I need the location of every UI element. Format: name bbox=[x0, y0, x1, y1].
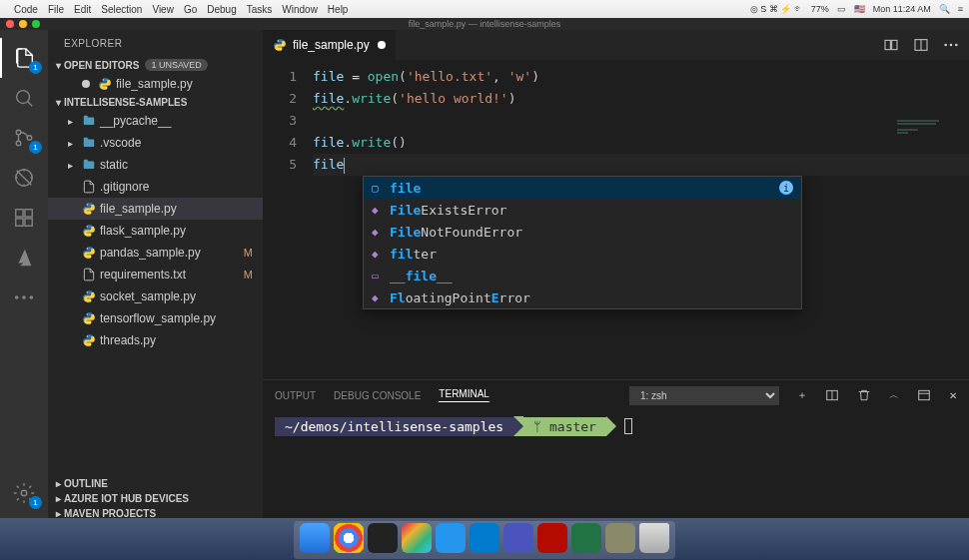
scm-icon[interactable]: 1 bbox=[0, 118, 48, 158]
output-tab[interactable]: OUTPUT bbox=[275, 390, 316, 401]
explorer-icon[interactable]: 1 bbox=[0, 38, 48, 78]
chevron-right-icon: ▸ bbox=[52, 478, 64, 489]
split-terminal-icon[interactable] bbox=[825, 388, 839, 402]
go-menu[interactable]: Go bbox=[184, 4, 197, 15]
open-editors-header[interactable]: ▾ OPEN EDITORS 1 UNSAVED bbox=[48, 57, 263, 73]
more-actions-icon[interactable] bbox=[943, 43, 959, 47]
editor-tab[interactable]: file_sample.py bbox=[263, 30, 397, 60]
git-modified-icon: M bbox=[244, 269, 253, 280]
tree-file[interactable]: socket_sample.py bbox=[48, 285, 263, 307]
trash-dock-icon[interactable] bbox=[639, 523, 669, 553]
intellisense-item[interactable]: ◆filter bbox=[364, 243, 801, 265]
svg-point-15 bbox=[87, 204, 88, 205]
split-editor-icon[interactable] bbox=[913, 37, 929, 53]
intellisense-item[interactable]: ▭__file__ bbox=[364, 265, 801, 286]
close-panel-icon[interactable]: ✕ bbox=[949, 390, 957, 401]
svg-point-1 bbox=[16, 130, 21, 135]
kill-terminal-icon[interactable] bbox=[857, 388, 871, 402]
svg-point-32 bbox=[944, 44, 947, 47]
tree-folder[interactable]: ▸__pycache__ bbox=[48, 110, 263, 132]
tree-file[interactable]: tensorflow_sample.py bbox=[48, 307, 263, 329]
tree-file[interactable]: flask_sample.py bbox=[48, 220, 263, 242]
compare-changes-icon[interactable] bbox=[883, 37, 899, 53]
window-titlebar: file_sample.py — intellisense-samples bbox=[0, 18, 969, 30]
app-dock-icon[interactable] bbox=[605, 523, 635, 553]
outline-header[interactable]: ▸OUTLINE bbox=[48, 476, 263, 491]
docker-dock-icon[interactable] bbox=[436, 523, 466, 553]
intellisense-item[interactable]: ◆FileNotFoundError bbox=[364, 221, 801, 243]
file-menu[interactable]: File bbox=[48, 4, 64, 15]
excel-dock-icon[interactable] bbox=[571, 523, 601, 553]
chrome-dock-icon[interactable] bbox=[334, 523, 364, 553]
terminal[interactable]: ~/demos/intellisense-samplesᛘ master bbox=[263, 410, 969, 521]
debug-icon[interactable] bbox=[0, 158, 48, 198]
spotlight-icon[interactable]: 🔍 bbox=[939, 4, 950, 14]
teams-dock-icon[interactable] bbox=[503, 523, 533, 553]
intellisense-item[interactable]: ◆FileExistsError bbox=[364, 199, 801, 221]
menu-extras[interactable]: ≡ bbox=[958, 4, 963, 14]
search-icon[interactable] bbox=[0, 78, 48, 118]
dirty-indicator bbox=[378, 41, 386, 49]
tree-folder[interactable]: ▸static bbox=[48, 154, 263, 176]
svg-point-26 bbox=[90, 344, 91, 345]
finder-dock-icon[interactable] bbox=[300, 523, 330, 553]
svg-point-27 bbox=[278, 40, 279, 41]
svg-point-9 bbox=[15, 295, 19, 299]
maximize-panel-icon[interactable] bbox=[917, 388, 931, 402]
open-editor-item[interactable]: file_sample.py bbox=[48, 73, 263, 95]
intellisense-popup[interactable]: ▢filei◆FileExistsError◆FileNotFoundError… bbox=[363, 176, 802, 309]
window-menu[interactable]: Window bbox=[282, 4, 318, 15]
tasks-menu[interactable]: Tasks bbox=[247, 4, 273, 15]
tree-file[interactable]: pandas_sample.pyM bbox=[48, 242, 263, 264]
edit-menu[interactable]: Edit bbox=[74, 4, 91, 15]
terminal-select[interactable]: 1: zsh bbox=[629, 386, 779, 405]
minimap[interactable] bbox=[897, 120, 967, 170]
completion-kind-icon: ◆ bbox=[372, 291, 390, 304]
azure-iot-header[interactable]: ▸AZURE IOT HUB DEVICES bbox=[48, 491, 263, 506]
minimize-window[interactable] bbox=[19, 20, 27, 28]
intellisense-item[interactable]: ◆FloatingPointError bbox=[364, 286, 801, 308]
svg-point-21 bbox=[87, 291, 88, 292]
svg-rect-7 bbox=[25, 219, 32, 226]
tree-folder[interactable]: ▸.vscode bbox=[48, 132, 263, 154]
debug-menu[interactable]: Debug bbox=[207, 4, 236, 15]
tree-file[interactable]: requirements.txtM bbox=[48, 264, 263, 285]
intellisense-item[interactable]: ▢filei bbox=[364, 177, 801, 199]
tree-file[interactable]: threads.py bbox=[48, 329, 263, 351]
svg-point-33 bbox=[950, 44, 953, 47]
close-window[interactable] bbox=[6, 20, 14, 28]
acrobat-dock-icon[interactable] bbox=[537, 523, 567, 553]
chevron-right-icon: ▸ bbox=[52, 493, 64, 504]
tree-file[interactable]: .gitignore bbox=[48, 176, 263, 198]
new-terminal-icon[interactable]: ＋ bbox=[797, 388, 807, 402]
terminal-tab[interactable]: TERMINAL bbox=[439, 388, 489, 402]
chevron-down-icon: ▾ bbox=[52, 60, 64, 71]
app-menu[interactable]: Code bbox=[14, 4, 38, 15]
azure-icon[interactable] bbox=[0, 238, 48, 278]
terminal-cursor bbox=[624, 418, 632, 434]
extensions-icon[interactable] bbox=[0, 198, 48, 238]
mac-dock[interactable] bbox=[294, 521, 675, 559]
code-editor[interactable]: 12345 file = open('hello.txt', 'w')file.… bbox=[263, 60, 969, 379]
panel-up-icon[interactable]: ︿ bbox=[889, 388, 899, 402]
vscode-dock-icon[interactable] bbox=[470, 523, 499, 553]
py-icon bbox=[80, 333, 98, 347]
workspace-header[interactable]: ▾ INTELLISENSE-SAMPLES bbox=[48, 95, 263, 110]
info-icon[interactable]: i bbox=[779, 181, 793, 195]
selection-menu[interactable]: Selection bbox=[101, 4, 142, 15]
more-icon[interactable] bbox=[0, 278, 48, 317]
settings-icon[interactable]: 1 bbox=[0, 473, 48, 513]
tree-file[interactable]: file_sample.py bbox=[48, 198, 263, 220]
maximize-window[interactable] bbox=[32, 20, 40, 28]
debug-console-tab[interactable]: DEBUG CONSOLE bbox=[334, 390, 421, 401]
python-file-icon bbox=[96, 77, 114, 91]
folder-icon bbox=[80, 136, 98, 150]
terminal-dock-icon[interactable] bbox=[368, 523, 398, 553]
scm-badge: 1 bbox=[29, 141, 42, 154]
view-menu[interactable]: View bbox=[152, 4, 174, 15]
help-menu[interactable]: Help bbox=[328, 4, 349, 15]
traffic-lights[interactable] bbox=[6, 20, 40, 28]
flag-icon: 🇺🇸 bbox=[854, 4, 865, 14]
terminal-git-branch: ᛘ master bbox=[523, 417, 606, 436]
slack-dock-icon[interactable] bbox=[402, 523, 432, 553]
